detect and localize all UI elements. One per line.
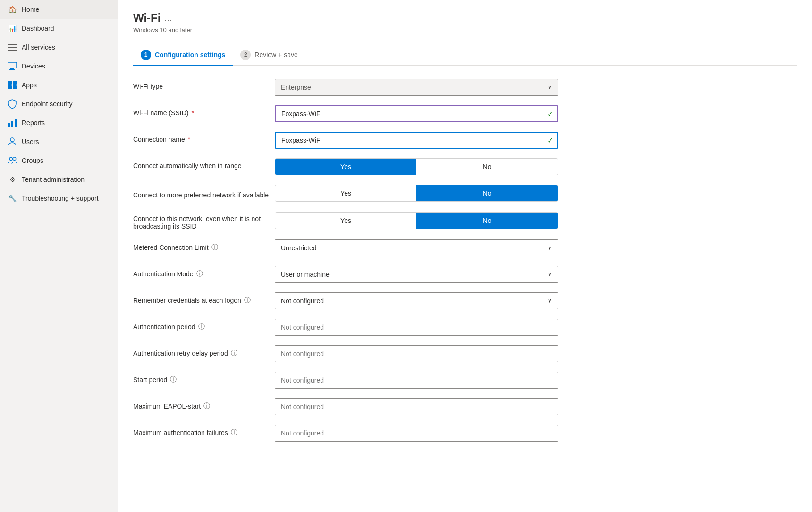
auth-period-input[interactable] xyxy=(275,319,558,336)
sidebar: 🏠 Home 📊 Dashboard All services Devices … xyxy=(0,0,118,512)
auth-mode-chevron-down-icon: ∨ xyxy=(548,271,552,278)
sidebar-item-devices[interactable]: Devices xyxy=(0,57,118,76)
remember-creds-row: Remember credentials at each logon ⓘ Not… xyxy=(133,292,797,309)
metered-limit-control: Unrestricted ∨ xyxy=(275,239,558,256)
connect-broadcast-control: Yes No xyxy=(275,212,558,229)
remember-creds-value: Not configured xyxy=(281,297,324,305)
page-header: Wi-Fi ... xyxy=(133,11,797,25)
sidebar-item-label: Devices xyxy=(22,62,45,70)
sidebar-item-groups[interactable]: Groups xyxy=(0,151,118,170)
wifi-name-label: Wi-Fi name (SSID) * xyxy=(133,105,275,117)
sidebar-item-endpoint-security[interactable]: Endpoint security xyxy=(0,94,118,113)
connect-auto-label: Connect automatically when in range xyxy=(133,158,275,170)
sidebar-item-tenant-admin[interactable]: ⚙ Tenant administration xyxy=(0,170,118,189)
users-icon xyxy=(8,137,17,146)
svg-rect-9 xyxy=(13,85,17,89)
max-auth-fail-info-icon[interactable]: ⓘ xyxy=(231,428,237,437)
tab-number-2: 2 xyxy=(240,50,251,60)
sidebar-item-home[interactable]: 🏠 Home xyxy=(0,0,118,19)
wifi-name-control: ✓ xyxy=(275,105,558,122)
connect-broadcast-toggle-group: Yes No xyxy=(275,212,558,229)
sidebar-item-users[interactable]: Users xyxy=(0,132,118,151)
tab-configuration-settings[interactable]: 1 Configuration settings xyxy=(133,45,233,66)
more-options-button[interactable]: ... xyxy=(164,13,171,23)
sidebar-item-label: Groups xyxy=(22,157,43,164)
sidebar-item-reports[interactable]: Reports xyxy=(0,113,118,132)
connect-preferred-control: Yes No xyxy=(275,185,558,202)
svg-rect-6 xyxy=(8,81,12,85)
wifi-name-check-icon: ✓ xyxy=(547,110,553,119)
start-period-info-icon[interactable]: ⓘ xyxy=(170,375,177,384)
auth-retry-control xyxy=(275,345,558,362)
tenant-admin-icon: ⚙ xyxy=(8,175,17,184)
page-subtitle: Windows 10 and later xyxy=(133,26,797,34)
wifi-type-select[interactable]: Enterprise ∨ xyxy=(275,79,558,96)
svg-rect-11 xyxy=(11,121,13,127)
connect-preferred-no-button[interactable]: No xyxy=(416,185,558,201)
metered-limit-label: Metered Connection Limit ⓘ xyxy=(133,239,275,252)
max-eapol-input[interactable] xyxy=(275,398,558,415)
connect-auto-yes-button[interactable]: Yes xyxy=(275,159,416,175)
auth-retry-input[interactable] xyxy=(275,345,558,362)
svg-rect-10 xyxy=(8,123,10,127)
sidebar-item-label: Troubleshooting + support xyxy=(22,195,99,202)
sidebar-item-troubleshoot[interactable]: 🔧 Troubleshooting + support xyxy=(0,189,118,208)
max-eapol-row: Maximum EAPOL-start ⓘ xyxy=(133,398,797,415)
svg-rect-12 xyxy=(15,119,17,127)
connect-broadcast-no-button[interactable]: No xyxy=(416,213,558,229)
sidebar-item-label: Apps xyxy=(22,81,37,89)
metered-limit-select[interactable]: Unrestricted ∨ xyxy=(275,239,558,256)
svg-rect-1 xyxy=(8,47,17,48)
sidebar-item-apps[interactable]: Apps xyxy=(0,76,118,94)
main-content: Wi-Fi ... Windows 10 and later 1 Configu… xyxy=(118,0,812,512)
tab-review-save[interactable]: 2 Review + save xyxy=(233,45,305,66)
troubleshoot-icon: 🔧 xyxy=(8,194,17,203)
connection-name-label: Connection name * xyxy=(133,132,275,143)
max-eapol-label: Maximum EAPOL-start ⓘ xyxy=(133,398,275,410)
connect-preferred-label: Connect to more preferred network if ava… xyxy=(133,188,275,199)
remember-creds-select[interactable]: Not configured ∨ xyxy=(275,292,558,309)
sidebar-item-dashboard[interactable]: 📊 Dashboard xyxy=(0,19,118,38)
metered-limit-info-icon[interactable]: ⓘ xyxy=(211,243,218,252)
connect-auto-no-button[interactable]: No xyxy=(416,159,558,175)
dashboard-icon: 📊 xyxy=(8,24,17,33)
connect-auto-control: Yes No xyxy=(275,158,558,175)
connect-preferred-yes-button[interactable]: Yes xyxy=(275,185,416,201)
connect-auto-toggle-group: Yes No xyxy=(275,158,558,175)
auth-mode-control: User or machine ∨ xyxy=(275,266,558,283)
svg-rect-7 xyxy=(13,81,17,85)
sidebar-item-label: Tenant administration xyxy=(22,176,85,183)
connection-name-required: * xyxy=(188,136,190,143)
auth-mode-select[interactable]: User or machine ∨ xyxy=(275,266,558,283)
wifi-type-label: Wi-Fi type xyxy=(133,79,275,90)
max-auth-fail-label: Maximum authentication failures ⓘ xyxy=(133,425,275,437)
connection-name-input-wrapper: ✓ xyxy=(275,132,558,149)
auth-mode-label: Authentication Mode ⓘ xyxy=(133,266,275,278)
reports-icon xyxy=(8,118,17,128)
remember-creds-label: Remember credentials at each logon ⓘ xyxy=(133,292,275,305)
remember-creds-info-icon[interactable]: ⓘ xyxy=(244,296,251,305)
apps-icon xyxy=(8,80,17,90)
groups-icon xyxy=(8,156,17,165)
auth-mode-info-icon[interactable]: ⓘ xyxy=(196,270,203,278)
start-period-control xyxy=(275,372,558,389)
connection-name-input[interactable] xyxy=(275,132,558,149)
connect-broadcast-label: Connect to this network, even when it is… xyxy=(133,211,275,230)
auth-retry-label: Authentication retry delay period ⓘ xyxy=(133,345,275,358)
connect-broadcast-yes-button[interactable]: Yes xyxy=(275,213,416,229)
tab-label-review: Review + save xyxy=(254,51,297,59)
auth-retry-info-icon[interactable]: ⓘ xyxy=(231,349,237,358)
max-eapol-info-icon[interactable]: ⓘ xyxy=(203,402,210,410)
wifi-name-row: Wi-Fi name (SSID) * ✓ xyxy=(133,105,797,122)
max-auth-fail-input[interactable] xyxy=(275,425,558,442)
auth-period-info-icon[interactable]: ⓘ xyxy=(198,323,205,331)
svg-point-14 xyxy=(9,157,12,160)
sidebar-item-all-services[interactable]: All services xyxy=(0,38,118,57)
remember-creds-chevron-down-icon: ∨ xyxy=(548,298,552,304)
wifi-name-input[interactable] xyxy=(275,105,558,122)
start-period-input[interactable] xyxy=(275,372,558,389)
auth-retry-row: Authentication retry delay period ⓘ xyxy=(133,345,797,362)
config-form: Wi-Fi type Enterprise ∨ Wi-Fi name (SSID… xyxy=(133,79,797,442)
max-auth-fail-row: Maximum authentication failures ⓘ xyxy=(133,425,797,442)
metered-limit-chevron-down-icon: ∨ xyxy=(548,245,552,251)
